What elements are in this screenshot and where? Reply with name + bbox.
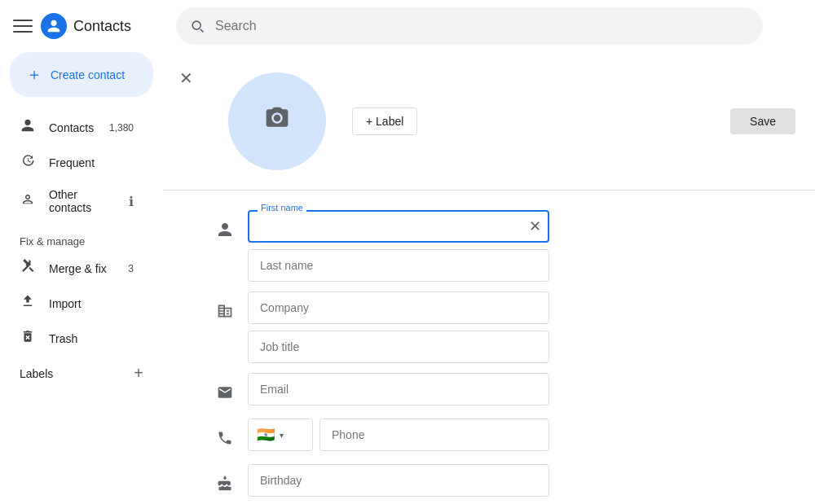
search-icon — [189, 18, 205, 34]
add-label-text: + Label — [366, 115, 403, 128]
save-label: Save — [750, 115, 776, 128]
avatar-upload[interactable] — [228, 72, 326, 170]
phone-row: 🇮🇳 ▾ — [215, 419, 815, 454]
sidebar-item-contacts[interactable]: Contacts 1,380 — [0, 110, 153, 145]
email-row — [215, 373, 815, 409]
last-name-input[interactable] — [248, 249, 549, 282]
email-icon — [215, 376, 235, 409]
photo-upload-icon — [264, 105, 290, 137]
flag-emoji: 🇮🇳 — [257, 426, 275, 444]
svg-point-0 — [274, 115, 281, 122]
birthday-row: mm/dd/yyyy (year optional) — [215, 464, 815, 504]
first-name-row: First name ✕ — [215, 210, 815, 282]
close-button[interactable]: ✕ — [176, 65, 196, 91]
topbar — [163, 0, 815, 52]
trash-icon — [20, 329, 36, 348]
phone-input[interactable] — [319, 419, 549, 451]
birthday-fields: mm/dd/yyyy (year optional) — [248, 464, 549, 504]
clear-name-button[interactable]: ✕ — [527, 216, 543, 237]
form-header: ✕ + Label Save — [163, 52, 815, 191]
frequent-label: Frequent — [49, 156, 134, 169]
sidebar-item-other-contacts[interactable]: Other contacts ℹ — [0, 180, 153, 222]
create-contact-button[interactable]: ＋ Create contact — [10, 52, 153, 97]
merge-fix-label: Merge & fix — [49, 262, 115, 275]
history-icon — [20, 153, 36, 172]
person-icon — [20, 118, 36, 137]
import-icon — [20, 294, 36, 313]
person-outline-icon — [20, 192, 36, 211]
contact-form: First name ✕ — [163, 191, 815, 504]
phone-input-row: 🇮🇳 ▾ — [248, 419, 549, 451]
search-input[interactable] — [215, 19, 750, 33]
menu-icon[interactable] — [13, 16, 33, 36]
app-icon — [41, 13, 67, 39]
company-icon — [215, 295, 235, 327]
company-input[interactable] — [248, 291, 549, 324]
import-label: Import — [49, 297, 134, 310]
email-fields — [248, 373, 549, 405]
first-name-input[interactable] — [248, 210, 549, 243]
chevron-down-icon: ▾ — [280, 431, 284, 440]
job-title-input[interactable] — [248, 331, 549, 363]
content-area: ✕ + Label Save — [163, 52, 815, 504]
search-bar[interactable] — [176, 7, 763, 45]
sidebar-item-merge-fix[interactable]: Merge & fix 3 — [0, 251, 153, 286]
build-icon — [20, 259, 36, 278]
country-code-select[interactable]: 🇮🇳 ▾ — [248, 419, 313, 451]
email-input[interactable] — [248, 373, 549, 405]
app-title: Contacts — [73, 18, 131, 35]
company-row — [215, 291, 815, 363]
add-label-icon[interactable]: + — [134, 364, 143, 383]
save-button[interactable]: Save — [730, 108, 795, 134]
contacts-label: Contacts — [49, 121, 96, 134]
birthday-input[interactable] — [248, 464, 549, 497]
phone-icon — [215, 422, 235, 454]
name-fields: First name ✕ — [248, 210, 549, 282]
sidebar-item-frequent[interactable]: Frequent — [0, 145, 153, 180]
fix-manage-header: Fix & manage — [0, 222, 163, 251]
birthday-icon — [215, 467, 235, 500]
labels-section[interactable]: Labels + — [0, 356, 163, 391]
other-contacts-label: Other contacts — [49, 188, 116, 214]
phone-fields: 🇮🇳 ▾ — [248, 419, 549, 451]
logo-area: Contacts — [41, 13, 131, 39]
main-panel: ✕ + Label Save — [163, 0, 815, 504]
person-form-icon — [215, 213, 235, 246]
sidebar-item-trash[interactable]: Trash — [0, 321, 153, 356]
create-contact-label: Create contact — [51, 68, 125, 81]
header-actions: + Label Save — [352, 107, 795, 135]
sidebar-header: Contacts — [0, 7, 163, 46]
contacts-count: 1,380 — [109, 122, 134, 134]
sidebar: Contacts ＋ Create contact Contacts 1,380… — [0, 0, 163, 504]
merge-fix-count: 3 — [128, 263, 134, 274]
labels-header-text: Labels — [20, 367, 53, 380]
company-fields — [248, 291, 549, 363]
first-name-wrap: First name ✕ — [248, 210, 549, 243]
plus-icon: ＋ — [26, 64, 42, 85]
sidebar-item-import[interactable]: Import — [0, 286, 153, 321]
info-icon[interactable]: ℹ — [129, 194, 134, 209]
trash-label: Trash — [49, 332, 134, 345]
add-label-button[interactable]: + Label — [352, 107, 417, 135]
